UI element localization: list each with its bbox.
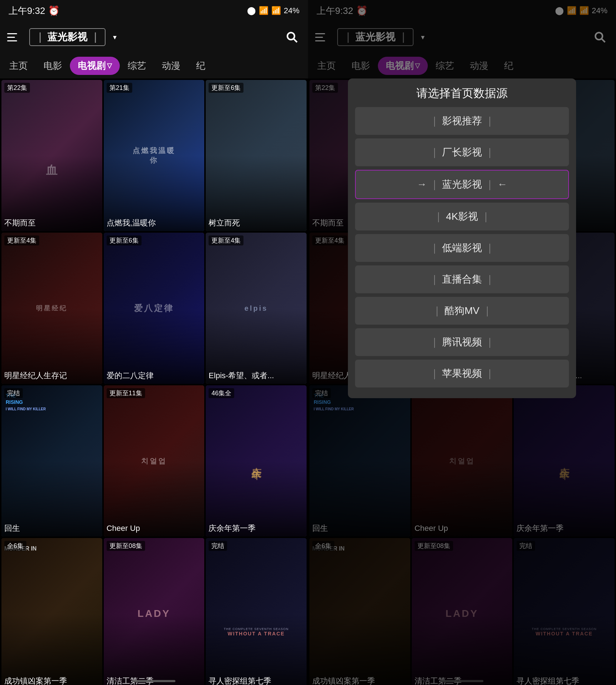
pipe-opt2-l: ｜	[430, 146, 439, 159]
battery-left: 24%	[284, 6, 299, 15]
card-7-left[interactable]: THERISINGI WILL FIND MY KILLER 完结 回生	[1, 385, 102, 537]
card-11-left[interactable]: LADY 更新至08集 清洁工第二季	[104, 538, 205, 685]
popup-option-4k[interactable]: ｜ 4K影视 ｜	[355, 203, 569, 230]
option-label-8: 腾讯视频	[442, 335, 482, 349]
card-2-left[interactable]: 点燃我温暖你 第21集 点燃我,温暖你	[104, 80, 205, 231]
popup-overlay[interactable]: 请选择首页数据源 ｜ 影视推荐 ｜ ｜ 厂长影视 ｜ → ｜ 蓝光影视 ｜ ← …	[308, 0, 616, 685]
pipe-opt8-l: ｜	[430, 335, 439, 349]
search-button-left[interactable]	[283, 28, 301, 46]
option-label-4: 4K影视	[446, 210, 478, 223]
option-label-3: 蓝光影视	[442, 178, 482, 191]
badge-4-left: 更新至4集	[4, 235, 39, 245]
bluetooth-icon-left: ⬤	[247, 6, 256, 15]
status-icons-left: ⬤ 📶 📶 24%	[247, 6, 299, 15]
top-nav-left: ｜ 蓝光影视 ｜ ▾	[0, 21, 308, 53]
left-panel: 上午9:32 ⏰ ⬤ 📶 📶 24% ｜ 蓝光影视 ｜ ▾ 主页	[0, 0, 308, 685]
dropdown-button-left[interactable]: ▾	[109, 31, 120, 43]
title-6-left: Elpis-希望、或者...	[209, 371, 304, 381]
popup-option-bluray[interactable]: → ｜ 蓝光影视 ｜ ←	[355, 170, 569, 199]
badge-6-left: 更新至4集	[209, 235, 243, 245]
pipe-opt1-l: ｜	[430, 114, 439, 128]
tab-variety-left[interactable]: 综艺	[120, 57, 154, 75]
status-bar-left: 上午9:32 ⏰ ⬤ 📶 📶 24%	[0, 0, 308, 21]
option-label-5: 低端影视	[442, 241, 482, 255]
badge-11-left: 更新至08集	[107, 541, 145, 551]
title-4-left: 明星经纪人生存记	[4, 371, 99, 381]
popup-option-live[interactable]: ｜ 直播合集 ｜	[355, 265, 569, 293]
category-tabs-left: 主页 电影 电视剧▽ 综艺 动漫 纪	[0, 53, 308, 78]
tab-movie-left[interactable]: 电影	[36, 57, 70, 75]
content-grid-left: 血 第22集 不期而至 点燃我温暖你 第21集 点燃我,温暖你 更新至6集 树立…	[0, 78, 308, 685]
badge-7-left: 完结	[4, 388, 23, 398]
title-3-left: 树立而死	[209, 218, 304, 228]
card-4-left[interactable]: 明星经纪 更新至4集 明星经纪人生存记	[1, 233, 102, 384]
pipe-opt6-r: ｜	[485, 273, 494, 286]
card-1-left[interactable]: 血 第22集 不期而至	[1, 80, 102, 231]
pipe-opt2-r: ｜	[485, 146, 494, 159]
signal-icon-left: 📶	[259, 6, 268, 15]
pipe-opt3-l: ｜	[430, 178, 439, 191]
brand-name-left: 蓝光影视	[47, 30, 87, 44]
popup-option-changying[interactable]: ｜ 厂长影视 ｜	[355, 138, 569, 166]
pipe-opt3-r: ｜	[485, 178, 494, 191]
right-panel: 上午9:32 ⏰ ⬤ 📶 📶 24% ｜ 蓝光影视 ｜ ▾ 主页	[308, 0, 616, 685]
badge-3-left: 更新至6集	[209, 83, 243, 93]
overlay-10-left	[1, 614, 102, 685]
card-10-left[interactable]: MURDER IN 全6集 成功镇凶案第一季	[1, 538, 102, 685]
popup-box: 请选择首页数据源 ｜ 影视推荐 ｜ ｜ 厂长影视 ｜ → ｜ 蓝光影视 ｜ ← …	[348, 78, 576, 398]
pipe-opt4-r: ｜	[481, 210, 491, 223]
pipe-opt1-r: ｜	[485, 114, 494, 128]
popup-option-lowend[interactable]: ｜ 低端影视 ｜	[355, 234, 569, 262]
pipe-opt8-r: ｜	[485, 335, 494, 349]
pipe-opt5-l: ｜	[430, 241, 439, 255]
card-3-left[interactable]: 更新至6集 树立而死	[206, 80, 307, 231]
badge-12-left: 完结	[209, 541, 227, 551]
search-icon-left	[286, 31, 298, 43]
option-label-6: 直播合集	[442, 273, 482, 286]
card-9-left[interactable]: 庆余年 46集全 庆余年第一季	[206, 385, 307, 537]
wifi-icon-left: 📶	[271, 6, 281, 15]
content-area-left: 血 第22集 不期而至 点燃我温暖你 第21集 点燃我,温暖你 更新至6集 树立…	[0, 78, 308, 685]
card-6-left[interactable]: elpis 更新至4集 Elpis-希望、或者...	[206, 233, 307, 384]
title-5-left: 爱的二八定律	[107, 371, 202, 381]
title-1-left: 不期而至	[4, 218, 99, 228]
popup-title: 请选择首页数据源	[355, 86, 569, 101]
title-12-left: 寻人密探组第七季	[209, 676, 304, 685]
pipe-opt4-l: ｜	[433, 210, 443, 223]
card-8-left[interactable]: 치얼업 更新至11集 Cheer Up	[104, 385, 205, 537]
pipe-left-1: ｜	[35, 30, 45, 44]
tab-home-left[interactable]: 主页	[1, 57, 36, 75]
popup-option-kugou[interactable]: ｜ 酷狗MV ｜	[355, 297, 569, 325]
overlay-11-left	[104, 614, 205, 685]
time-display-left: 上午9:32	[9, 5, 45, 17]
brand-logo-left[interactable]: ｜ 蓝光影视 ｜	[29, 28, 106, 46]
title-9-left: 庆余年第一季	[209, 523, 304, 534]
pipe-opt7-r: ｜	[482, 304, 492, 318]
title-8-left: Cheer Up	[107, 523, 202, 534]
pipe-opt6-l: ｜	[430, 273, 439, 286]
badge-8-left: 更新至11集	[107, 388, 145, 398]
tab-tv-left[interactable]: 电视剧▽	[70, 57, 120, 75]
popup-option-apple[interactable]: ｜ 苹果视频 ｜	[355, 360, 569, 387]
card-12-left[interactable]: THE COMPLETE SEVENTH SEASON WITHOUT A TR…	[206, 538, 307, 685]
overlay-12-left	[206, 614, 307, 685]
svg-line-1	[294, 39, 297, 42]
option-label-9: 苹果视频	[442, 367, 482, 380]
pipe-left-2: ｜	[90, 30, 100, 44]
arrow-left-bluray: →	[417, 179, 427, 190]
tab-anime-left[interactable]: 动漫	[154, 57, 188, 75]
pipe-opt9-l: ｜	[430, 367, 439, 380]
arrow-right-bluray: ←	[497, 179, 507, 190]
card-5-left[interactable]: 爱八定律 更新至6集 爱的二八定律	[104, 233, 205, 384]
pipe-opt9-r: ｜	[485, 367, 494, 380]
option-label-1: 影视推荐	[442, 114, 482, 128]
popup-option-tencent[interactable]: ｜ 腾讯视频 ｜	[355, 328, 569, 356]
pipe-opt5-r: ｜	[485, 241, 494, 255]
clock-icon-left: ⏰	[48, 5, 60, 16]
badge-2-left: 第21集	[107, 83, 132, 93]
badge-9-left: 46集全	[209, 388, 234, 398]
badge-10-left: 全6集	[4, 541, 26, 551]
popup-option-yingshi[interactable]: ｜ 影视推荐 ｜	[355, 107, 569, 135]
tab-doc-left[interactable]: 纪	[188, 57, 213, 75]
menu-button-left[interactable]	[7, 29, 23, 45]
